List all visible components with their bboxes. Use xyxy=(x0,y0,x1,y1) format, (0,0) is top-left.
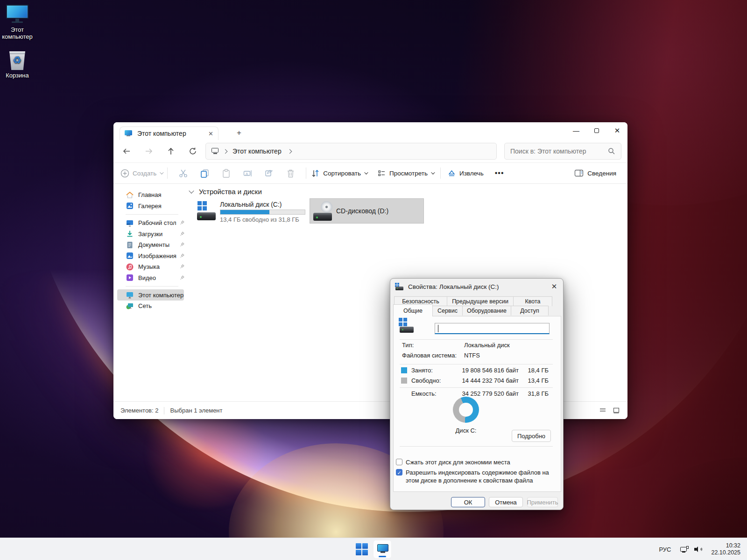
sidebar-separator xyxy=(126,214,178,215)
ok-button[interactable]: ОК xyxy=(451,497,485,507)
drive-d-tile[interactable]: CD-дисковод (D:) xyxy=(310,198,424,224)
search-placeholder: Поиск в: Этот компьютер xyxy=(510,147,586,155)
network-icon[interactable] xyxy=(680,546,689,553)
taskbar: РУС 10:32 22.10.2025 xyxy=(0,538,747,560)
tab-hardware[interactable]: Оборудование xyxy=(462,306,511,315)
trash-icon xyxy=(286,168,296,178)
tab-close-icon[interactable]: ✕ xyxy=(208,130,213,137)
sidebar-item-desktop[interactable]: Рабочий стол xyxy=(113,217,187,229)
sidebar-item-network[interactable]: Сеть xyxy=(113,301,187,312)
back-button[interactable] xyxy=(120,145,133,158)
view-button[interactable]: Просмотреть xyxy=(377,169,434,178)
sidebar-item-label: Главная xyxy=(138,191,161,198)
copy-button[interactable] xyxy=(194,168,215,178)
drive-c-tile[interactable]: Локальный диск (C:) 13,4 ГБ свободно из … xyxy=(194,198,307,224)
this-pc-icon xyxy=(126,291,134,299)
music-icon xyxy=(126,263,134,271)
drive-capacity-bar xyxy=(220,210,305,215)
dialog-close-icon[interactable]: ✕ xyxy=(549,281,559,292)
rename-button[interactable]: A xyxy=(237,168,258,178)
create-button[interactable]: Создать xyxy=(120,169,162,178)
chevron-down-icon xyxy=(189,188,194,193)
group-header-label: Устройства и диски xyxy=(199,188,262,196)
eject-button[interactable]: Извлечь xyxy=(447,169,484,178)
pin-icon xyxy=(179,231,185,238)
list-view-icon[interactable] xyxy=(599,407,606,414)
refresh-button[interactable] xyxy=(186,145,199,158)
sidebar-item-music[interactable]: Музыка xyxy=(113,261,187,273)
share-button[interactable] xyxy=(258,168,280,178)
volume-icon[interactable] xyxy=(694,546,704,553)
sidebar: Главная Галерея xyxy=(113,184,187,401)
tab-previous-versions[interactable]: Предыдущие версии xyxy=(447,296,514,306)
paste-icon xyxy=(221,168,231,178)
sort-button[interactable]: Сортировать xyxy=(311,169,367,178)
pin-icon xyxy=(179,220,185,227)
desktop-icon xyxy=(126,219,134,227)
maximize-button[interactable] xyxy=(586,122,607,139)
sidebar-item-documents[interactable]: Документы xyxy=(113,239,187,251)
pictures-icon xyxy=(126,252,134,260)
indexing-checkbox[interactable]: ✓ xyxy=(396,469,402,476)
used-bytes: 19 808 546 816 байт xyxy=(462,367,519,374)
desktop-icon-recycle-bin[interactable]: ♻ Корзина xyxy=(1,50,34,79)
group-header[interactable]: Устройства и диски xyxy=(190,188,262,196)
taskbar-explorer-button[interactable] xyxy=(373,540,392,559)
capacity-size: 31,8 ГБ xyxy=(528,390,549,397)
details-pane-icon xyxy=(574,169,584,177)
sidebar-item-video[interactable]: Видео xyxy=(113,273,187,284)
drive-free-text: 13,4 ГБ свободно из 31,8 ГБ xyxy=(220,216,299,223)
type-value: Локальный диск xyxy=(464,342,510,349)
drive-c-icon xyxy=(197,200,217,222)
up-button[interactable] xyxy=(164,145,177,158)
address-bar[interactable]: Этот компьютер xyxy=(205,143,497,160)
details-label: Сведения xyxy=(587,170,616,177)
sidebar-item-pictures[interactable]: Изображения xyxy=(113,251,187,262)
language-indicator[interactable]: РУС xyxy=(659,546,671,553)
sort-icon xyxy=(311,169,320,178)
documents-icon xyxy=(126,241,134,249)
details-button[interactable]: Подробно xyxy=(512,430,551,442)
sidebar-item-this-pc[interactable]: Этот компьютер xyxy=(117,289,184,301)
chevron-down-icon xyxy=(364,170,368,174)
tab-quota[interactable]: Квота xyxy=(513,296,552,306)
compress-checkbox[interactable] xyxy=(396,459,402,465)
forward-button[interactable] xyxy=(142,145,155,158)
desktop-icon-this-pc[interactable]: Этот компьютер xyxy=(1,5,34,40)
downloads-icon xyxy=(126,230,134,238)
type-label: Тип: xyxy=(402,342,414,349)
tab-general[interactable]: Общие xyxy=(393,304,433,316)
close-button[interactable]: ✕ xyxy=(607,122,627,139)
large-icons-view-icon[interactable] xyxy=(613,407,620,414)
start-button[interactable] xyxy=(356,543,368,556)
video-icon xyxy=(126,273,134,282)
indexing-label: Разрешить индексировать содержимое файло… xyxy=(406,469,551,484)
paste-button[interactable] xyxy=(215,168,237,178)
tab-this-pc[interactable]: Этот компьютер ✕ xyxy=(120,126,218,140)
volume-label-input[interactable] xyxy=(435,323,550,334)
sidebar-item-label: Видео xyxy=(138,274,156,281)
apply-button[interactable]: Применить xyxy=(527,497,558,507)
details-pane-button[interactable]: Сведения xyxy=(574,169,627,177)
drive-icon-large xyxy=(399,318,415,333)
create-label: Создать xyxy=(133,170,156,177)
clock[interactable]: 10:32 22.10.2025 xyxy=(711,542,740,556)
cancel-button[interactable]: Отмена xyxy=(489,497,523,507)
rename-icon: A xyxy=(243,168,253,178)
sidebar-item-gallery[interactable]: Галерея xyxy=(113,201,187,212)
sidebar-item-home[interactable]: Главная xyxy=(113,189,187,201)
screen: Этот компьютер ♻ Корзина Этот компьютер … xyxy=(0,0,747,560)
delete-button[interactable] xyxy=(280,168,301,178)
disk-usage-donut xyxy=(453,397,479,423)
tab-sharing[interactable]: Доступ xyxy=(511,306,549,315)
new-tab-button[interactable]: + xyxy=(234,128,244,138)
system-tray: РУС 10:32 22.10.2025 xyxy=(659,538,747,560)
tab-tools[interactable]: Сервис xyxy=(432,306,463,315)
more-button[interactable]: ••• xyxy=(495,169,504,177)
drive-d-icon xyxy=(313,201,333,222)
cut-button[interactable] xyxy=(172,168,194,178)
search-box[interactable]: Поиск в: Этот компьютер xyxy=(504,143,621,160)
minimize-button[interactable]: — xyxy=(566,122,586,139)
sidebar-item-downloads[interactable]: Загрузки xyxy=(113,229,187,240)
breadcrumb[interactable]: Этот компьютер xyxy=(233,147,282,155)
